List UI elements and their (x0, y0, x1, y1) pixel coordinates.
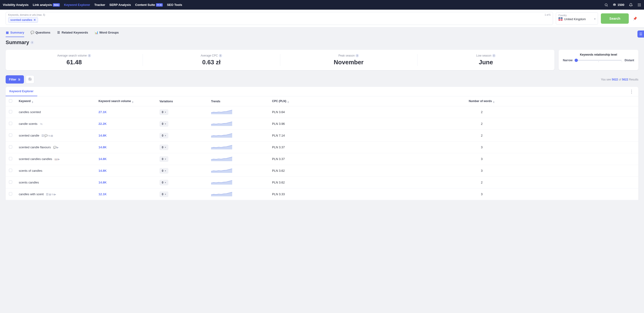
keyword-link[interactable]: candles with scent (19, 192, 44, 196)
variations-dropdown[interactable]: 0 ▾ (160, 191, 168, 197)
keyword-link[interactable]: candle scents (19, 122, 38, 126)
words-value: 3 (325, 141, 638, 153)
volume-value: 14.8K (98, 157, 107, 161)
nav-content-suite[interactable]: Content Suite✦ AI (135, 3, 163, 7)
col-trends: Trends (208, 96, 269, 106)
relationship-distant-label: Distant (624, 59, 634, 62)
trend-sparkline (211, 168, 232, 173)
grid-icon: ▦ (6, 31, 9, 34)
nav-visibility[interactable]: Visibility Analysis (3, 3, 28, 7)
info-icon[interactable]: i (492, 54, 496, 57)
nav-link-analysis[interactable]: Link analysisBeta (33, 3, 60, 7)
serp-feature-icons: 🛍 (40, 123, 43, 125)
chip-remove-icon[interactable]: ✕ (34, 18, 36, 22)
cpc-value: PLN 3.37 (269, 141, 325, 153)
save-icon (28, 77, 32, 81)
nav-tracker[interactable]: Tracker (94, 3, 105, 7)
sliders-icon (18, 78, 21, 81)
chip-text: scented candles (10, 18, 32, 22)
beta-badge: Beta (53, 3, 60, 7)
row-checkbox[interactable] (9, 180, 12, 184)
keyword-link[interactable]: candles scented (19, 110, 41, 114)
serp-feature-icons: 📖▶ (54, 158, 60, 160)
keyword-link[interactable]: scents of candles (19, 169, 42, 172)
credits[interactable]: 1500 (613, 3, 624, 7)
keyword-input-box[interactable]: Keywords, domains or urls (max. 5) scent… (6, 12, 553, 25)
words-value: 3 (325, 188, 638, 200)
info-icon[interactable]: i (356, 54, 359, 57)
pin-icon[interactable]: 📌 (632, 17, 638, 21)
tab-related[interactable]: ☰Related Keywords (57, 31, 88, 37)
keyword-link[interactable]: scented candle (19, 134, 39, 137)
row-checkbox[interactable] (9, 145, 12, 149)
keyword-link[interactable]: scented candle flavours (19, 145, 51, 149)
col-keyword[interactable]: Keyword▲▼ (16, 96, 95, 106)
volume-value: 14.8K (98, 169, 107, 172)
variations-dropdown[interactable]: 0 ▾ (160, 168, 168, 174)
trend-sparkline (211, 179, 232, 185)
chevron-down-icon: ▾ (165, 111, 166, 113)
row-checkbox[interactable] (9, 192, 12, 195)
chevron-down-icon: ▾ (594, 17, 596, 20)
svg-point-16 (20, 79, 20, 80)
info-icon[interactable]: i (219, 54, 222, 57)
variations-dropdown[interactable]: 0 ▾ (160, 180, 168, 185)
row-checkbox[interactable] (9, 157, 12, 160)
sort-icon: ▲▼ (287, 101, 289, 103)
coins-icon (613, 3, 616, 7)
card-tab-keyword-explorer[interactable]: Keyword Explorer (6, 87, 37, 96)
col-volume[interactable]: Keyword search volume▲▼ (95, 96, 156, 106)
variations-dropdown[interactable]: 0 ▾ (160, 133, 168, 138)
slider-thumb[interactable] (574, 59, 578, 62)
table-menu-icon[interactable]: ⋮ (628, 88, 636, 95)
search-icon[interactable] (604, 3, 608, 7)
info-icon[interactable]: i (88, 54, 91, 57)
svg-point-8 (640, 5, 641, 5)
col-variations: Variations (156, 96, 208, 106)
save-filter-button[interactable] (26, 75, 34, 84)
filter-button[interactable]: Filter (6, 75, 24, 84)
info-icon[interactable]: i (30, 41, 34, 44)
sub-tabs: ▦Summary 💬Questions ☰Related Keywords 📊W… (0, 28, 644, 37)
trend-sparkline (211, 133, 232, 138)
chevron-down-icon: ▾ (165, 123, 166, 125)
row-checkbox[interactable] (9, 110, 12, 113)
col-words[interactable]: Number of words▲▼ (325, 96, 638, 106)
nav-serp[interactable]: SERP Analysis (110, 3, 131, 7)
nav-seo-tools[interactable]: SEO Tools (167, 3, 182, 7)
chevron-down-icon: ▾ (165, 158, 166, 160)
bell-icon[interactable] (629, 3, 633, 7)
chevron-down-icon: ▾ (165, 193, 166, 195)
col-cpc[interactable]: CPC (PLN)▲▼ (269, 96, 325, 106)
select-all-checkbox[interactable] (9, 99, 12, 103)
row-checkbox[interactable] (9, 169, 12, 172)
svg-point-5 (640, 4, 641, 4)
words-value: 2 (325, 106, 638, 118)
country-select[interactable]: Country United Kingdom ▾ (556, 13, 598, 25)
relationship-narrow-label: Narrow (563, 59, 572, 62)
tab-wordgroups[interactable]: 📊Word Groups (95, 31, 119, 37)
variations-dropdown[interactable]: 0 ▾ (160, 109, 168, 115)
tab-summary[interactable]: ▦Summary (6, 31, 24, 37)
trend-sparkline (211, 191, 232, 196)
relationship-card: Keywords relationship level Narrow Dista… (559, 50, 638, 70)
search-button[interactable]: Search (601, 13, 629, 24)
variations-dropdown[interactable]: 0 ▾ (160, 121, 168, 127)
relationship-slider[interactable] (575, 60, 622, 61)
apps-icon[interactable] (638, 3, 641, 7)
variations-dropdown[interactable]: 0 ▾ (160, 156, 168, 162)
side-panel-toggle[interactable]: ☰ (638, 31, 644, 38)
keyword-link[interactable]: scented candles candles (19, 157, 52, 161)
filter-row: Filter You see 5622 of 5622 Results (0, 70, 644, 84)
row-checkbox[interactable] (9, 134, 12, 137)
svg-point-3 (638, 4, 638, 4)
row-checkbox[interactable] (9, 122, 12, 125)
nav-keyword-explorer[interactable]: Keyword Explorer (64, 3, 90, 7)
keyword-chip[interactable]: scented candles ✕ (8, 17, 38, 23)
tab-questions[interactable]: 💬Questions (31, 31, 50, 37)
variations-dropdown[interactable]: 0 ▾ (160, 145, 168, 150)
search-label: Keywords, domains or urls (max. 5) (8, 14, 550, 16)
table-row: scents candles14.8K0 ▾PLN 3.622 (6, 177, 638, 188)
keyword-link[interactable]: scents candles (19, 181, 39, 184)
svg-line-1 (607, 6, 608, 6)
